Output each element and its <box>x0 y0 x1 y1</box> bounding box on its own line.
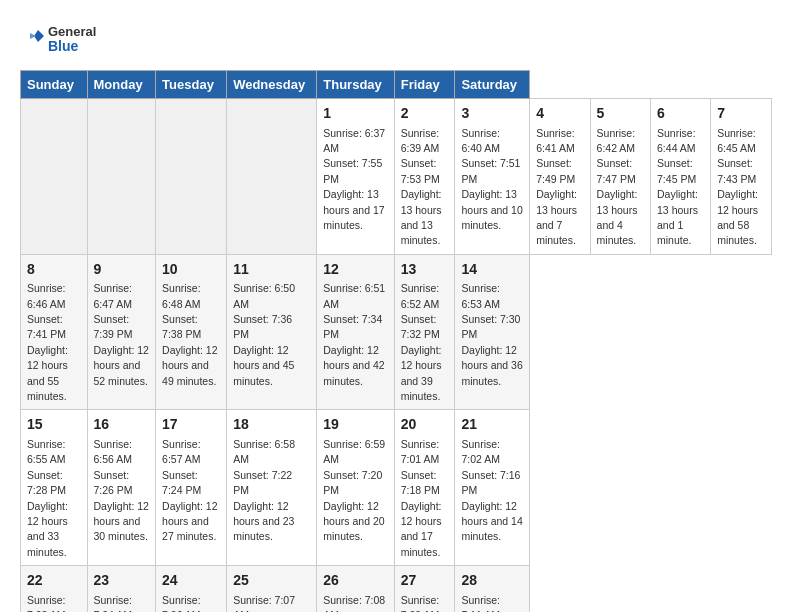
calendar-table: SundayMondayTuesdayWednesdayThursdayFrid… <box>20 70 772 612</box>
day-info: Sunrise: 6:50 AMSunset: 7:36 PMDaylight:… <box>233 282 295 386</box>
day-number: 6 <box>657 104 704 124</box>
day-number: 10 <box>162 260 220 280</box>
calendar-day-cell: 4Sunrise: 6:41 AMSunset: 7:49 PMDaylight… <box>530 99 590 255</box>
calendar-day-cell: 20Sunrise: 7:01 AMSunset: 7:18 PMDayligh… <box>394 410 455 566</box>
calendar-day-cell: 15Sunrise: 6:55 AMSunset: 7:28 PMDayligh… <box>21 410 88 566</box>
day-number: 3 <box>461 104 523 124</box>
calendar-day-cell: 22Sunrise: 7:03 AMSunset: 7:14 PMDayligh… <box>21 566 88 612</box>
calendar-day-cell: 28Sunrise: 7:11 AMSunset: 7:03 PMDayligh… <box>455 566 530 612</box>
page-header: General Blue <box>20 20 772 60</box>
svg-text:Blue: Blue <box>48 38 79 54</box>
day-number: 25 <box>233 571 310 591</box>
calendar-day-cell <box>156 99 227 255</box>
day-info: Sunrise: 6:37 AMSunset: 7:55 PMDaylight:… <box>323 127 385 231</box>
day-info: Sunrise: 6:48 AMSunset: 7:38 PMDaylight:… <box>162 282 217 386</box>
calendar-day-cell: 3Sunrise: 6:40 AMSunset: 7:51 PMDaylight… <box>455 99 530 255</box>
calendar-day-cell: 1Sunrise: 6:37 AMSunset: 7:55 PMDaylight… <box>317 99 394 255</box>
day-info: Sunrise: 6:51 AMSunset: 7:34 PMDaylight:… <box>323 282 385 386</box>
day-info: Sunrise: 6:39 AMSunset: 7:53 PMDaylight:… <box>401 127 442 247</box>
day-number: 13 <box>401 260 449 280</box>
day-info: Sunrise: 6:58 AMSunset: 7:22 PMDaylight:… <box>233 438 295 542</box>
calendar-day-cell: 8Sunrise: 6:46 AMSunset: 7:41 PMDaylight… <box>21 254 88 410</box>
day-info: Sunrise: 6:40 AMSunset: 7:51 PMDaylight:… <box>461 127 522 231</box>
calendar-day-cell: 7Sunrise: 6:45 AMSunset: 7:43 PMDaylight… <box>711 99 772 255</box>
day-info: Sunrise: 6:41 AMSunset: 7:49 PMDaylight:… <box>536 127 577 247</box>
day-info: Sunrise: 6:47 AMSunset: 7:39 PMDaylight:… <box>94 282 149 386</box>
calendar-day-cell <box>21 99 88 255</box>
calendar-day-cell: 13Sunrise: 6:52 AMSunset: 7:32 PMDayligh… <box>394 254 455 410</box>
calendar-body: 1Sunrise: 6:37 AMSunset: 7:55 PMDaylight… <box>21 99 772 613</box>
day-number: 5 <box>597 104 644 124</box>
day-info: Sunrise: 7:07 AMSunset: 7:08 PMDaylight:… <box>233 594 295 612</box>
calendar-day-cell <box>87 99 156 255</box>
day-number: 21 <box>461 415 523 435</box>
weekday-header: Saturday <box>455 71 530 99</box>
day-number: 23 <box>94 571 150 591</box>
calendar-day-cell: 11Sunrise: 6:50 AMSunset: 7:36 PMDayligh… <box>227 254 317 410</box>
calendar-day-cell <box>227 99 317 255</box>
calendar-day-cell: 5Sunrise: 6:42 AMSunset: 7:47 PMDaylight… <box>590 99 650 255</box>
day-info: Sunrise: 6:59 AMSunset: 7:20 PMDaylight:… <box>323 438 385 542</box>
calendar-day-cell: 21Sunrise: 7:02 AMSunset: 7:16 PMDayligh… <box>455 410 530 566</box>
day-info: Sunrise: 7:01 AMSunset: 7:18 PMDaylight:… <box>401 438 442 558</box>
day-number: 11 <box>233 260 310 280</box>
calendar-day-cell: 17Sunrise: 6:57 AMSunset: 7:24 PMDayligh… <box>156 410 227 566</box>
day-info: Sunrise: 7:11 AMSunset: 7:03 PMDaylight:… <box>461 594 522 612</box>
calendar-week-row: 22Sunrise: 7:03 AMSunset: 7:14 PMDayligh… <box>21 566 772 612</box>
day-number: 1 <box>323 104 387 124</box>
logo: General Blue <box>20 20 110 60</box>
day-number: 28 <box>461 571 523 591</box>
day-info: Sunrise: 7:04 AMSunset: 7:12 PMDaylight:… <box>94 594 149 612</box>
day-info: Sunrise: 6:56 AMSunset: 7:26 PMDaylight:… <box>94 438 149 542</box>
day-number: 26 <box>323 571 387 591</box>
day-number: 27 <box>401 571 449 591</box>
calendar-day-cell: 10Sunrise: 6:48 AMSunset: 7:38 PMDayligh… <box>156 254 227 410</box>
calendar-day-cell: 26Sunrise: 7:08 AMSunset: 7:07 PMDayligh… <box>317 566 394 612</box>
calendar-day-cell: 23Sunrise: 7:04 AMSunset: 7:12 PMDayligh… <box>87 566 156 612</box>
day-info: Sunrise: 6:46 AMSunset: 7:41 PMDaylight:… <box>27 282 68 402</box>
day-info: Sunrise: 6:42 AMSunset: 7:47 PMDaylight:… <box>597 127 638 247</box>
weekday-header: Tuesday <box>156 71 227 99</box>
day-info: Sunrise: 6:45 AMSunset: 7:43 PMDaylight:… <box>717 127 758 247</box>
day-number: 16 <box>94 415 150 435</box>
day-number: 12 <box>323 260 387 280</box>
weekday-header: Thursday <box>317 71 394 99</box>
svg-marker-3 <box>30 33 36 39</box>
day-number: 7 <box>717 104 765 124</box>
weekday-header: Wednesday <box>227 71 317 99</box>
day-info: Sunrise: 7:09 AMSunset: 7:05 PMDaylight:… <box>401 594 442 612</box>
day-info: Sunrise: 7:02 AMSunset: 7:16 PMDaylight:… <box>461 438 522 542</box>
day-number: 18 <box>233 415 310 435</box>
svg-text:General: General <box>48 24 96 39</box>
calendar-day-cell: 19Sunrise: 6:59 AMSunset: 7:20 PMDayligh… <box>317 410 394 566</box>
day-number: 20 <box>401 415 449 435</box>
day-number: 8 <box>27 260 81 280</box>
day-info: Sunrise: 7:08 AMSunset: 7:07 PMDaylight:… <box>323 594 385 612</box>
calendar-week-row: 8Sunrise: 6:46 AMSunset: 7:41 PMDaylight… <box>21 254 772 410</box>
calendar-day-cell: 27Sunrise: 7:09 AMSunset: 7:05 PMDayligh… <box>394 566 455 612</box>
calendar-week-row: 15Sunrise: 6:55 AMSunset: 7:28 PMDayligh… <box>21 410 772 566</box>
calendar-day-cell: 14Sunrise: 6:53 AMSunset: 7:30 PMDayligh… <box>455 254 530 410</box>
day-info: Sunrise: 6:57 AMSunset: 7:24 PMDaylight:… <box>162 438 217 542</box>
calendar-day-cell: 12Sunrise: 6:51 AMSunset: 7:34 PMDayligh… <box>317 254 394 410</box>
calendar-day-cell: 25Sunrise: 7:07 AMSunset: 7:08 PMDayligh… <box>227 566 317 612</box>
day-info: Sunrise: 6:53 AMSunset: 7:30 PMDaylight:… <box>461 282 522 386</box>
logo-svg: General Blue <box>20 20 110 60</box>
day-info: Sunrise: 6:52 AMSunset: 7:32 PMDaylight:… <box>401 282 442 402</box>
weekday-header: Monday <box>87 71 156 99</box>
day-number: 2 <box>401 104 449 124</box>
day-number: 22 <box>27 571 81 591</box>
weekday-header: Friday <box>394 71 455 99</box>
calendar-day-cell: 18Sunrise: 6:58 AMSunset: 7:22 PMDayligh… <box>227 410 317 566</box>
calendar-header-row: SundayMondayTuesdayWednesdayThursdayFrid… <box>21 71 772 99</box>
calendar-week-row: 1Sunrise: 6:37 AMSunset: 7:55 PMDaylight… <box>21 99 772 255</box>
day-info: Sunrise: 7:03 AMSunset: 7:14 PMDaylight:… <box>27 594 68 612</box>
calendar-day-cell: 9Sunrise: 6:47 AMSunset: 7:39 PMDaylight… <box>87 254 156 410</box>
calendar-day-cell: 6Sunrise: 6:44 AMSunset: 7:45 PMDaylight… <box>651 99 711 255</box>
day-number: 24 <box>162 571 220 591</box>
day-number: 14 <box>461 260 523 280</box>
weekday-header: Sunday <box>21 71 88 99</box>
day-info: Sunrise: 6:44 AMSunset: 7:45 PMDaylight:… <box>657 127 698 247</box>
day-info: Sunrise: 7:06 AMSunset: 7:10 PMDaylight:… <box>162 594 217 612</box>
day-number: 9 <box>94 260 150 280</box>
